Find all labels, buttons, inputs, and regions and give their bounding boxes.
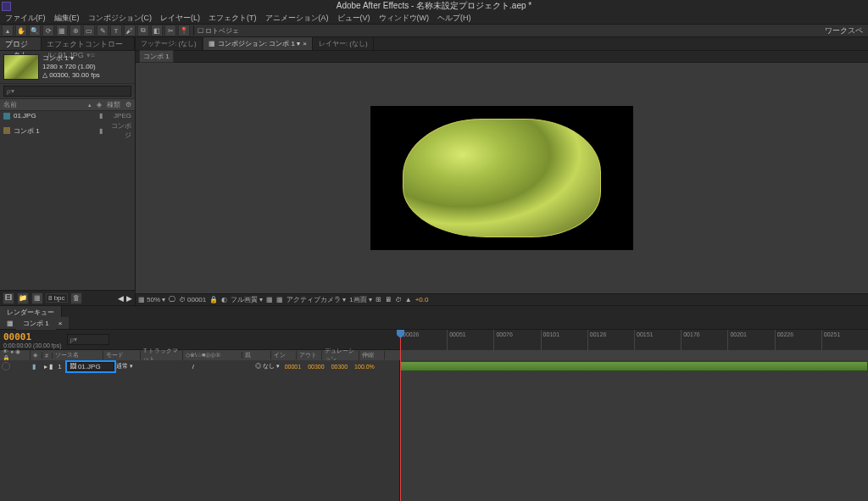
visibility-toggle[interactable] — [2, 362, 10, 370]
layer-name-field[interactable]: 🖼 01.JPG — [67, 362, 114, 371]
text-tool-icon[interactable]: T — [110, 25, 122, 36]
new-comp-icon[interactable]: ▦ — [31, 292, 43, 304]
menu-edit[interactable]: 編集(E) — [51, 12, 83, 25]
render-queue-bar: レンダーキュー — [0, 305, 868, 317]
footage-tab[interactable]: フッテージ: (なし) — [136, 37, 203, 50]
blend-mode-dropdown[interactable]: 通常 ▾ — [116, 362, 150, 370]
menu-file[interactable]: ファイル(F) — [2, 12, 49, 25]
tool-bar: ▴ ✋ 🔍 ⟳ ▦ ⊕ ▭ ✎ T 🖌 ⧉ ◧ ✂ 📍 ☐ ロトベジェ ワークス… — [0, 24, 868, 37]
current-timecode[interactable]: 00001 — [3, 331, 62, 342]
viewer-panel: フッテージ: (なし) ▦コンポジション: コンポ 1 ▾× レイヤー: (なし… — [136, 37, 868, 305]
workspace-label[interactable]: ワークスペ — [825, 25, 866, 36]
viewer-footer: ▦ 50% ▾ 🖵 ⏱ 00001 🔒◐ フル画質 ▾ ▦▦ アクティブカメラ … — [136, 293, 868, 305]
timeline-panel: ▦ コンポ 1 × 00001 0:00:00:00 (30.00 fps) ⧉… — [0, 317, 868, 501]
timecode-sub: 0:00:00:00 (30.00 fps) — [3, 342, 62, 348]
interpret-icon[interactable]: 🎞 — [3, 292, 14, 304]
menu-composition[interactable]: コンポジション(C) — [85, 12, 156, 25]
masked-layer[interactable] — [403, 119, 601, 237]
exposure-value[interactable]: +0.0 — [415, 296, 429, 303]
zoom-dropdown[interactable]: ▦ 50% ▾ — [138, 296, 165, 303]
menu-animation[interactable]: アニメーション(A) — [262, 12, 332, 25]
playhead[interactable] — [400, 330, 401, 501]
anchor-tool-icon[interactable]: ⊕ — [70, 25, 81, 36]
hand-tool-icon[interactable]: ✋ — [15, 25, 27, 36]
frame-display[interactable]: ⏱ 00001 — [179, 296, 206, 303]
effect-controls-tab[interactable]: エフェクトコントロール: 01.JPG▾≡ — [42, 37, 135, 50]
title-bar: Adobe After Effects - 名称未設定プロジェクト.aep * — [0, 0, 868, 12]
bpc-toggle[interactable]: 8 bpc — [46, 293, 68, 303]
selection-tool-icon[interactable]: ▴ — [2, 25, 14, 36]
clone-tool-icon[interactable]: ⧉ — [137, 25, 149, 36]
rotate-tool-icon[interactable]: ⟳ — [42, 25, 54, 36]
project-search-input[interactable] — [3, 86, 131, 97]
time-ruler[interactable]: 00026 00051 00076 00101 00126 00151 0017… — [400, 330, 868, 350]
trash-icon[interactable]: 🗑 — [70, 292, 82, 304]
eraser-tool-icon[interactable]: ◧ — [151, 25, 163, 36]
project-item-image[interactable]: 01.JPG ▮ JPEG — [0, 111, 135, 120]
window-title: Adobe After Effects - 名称未設定プロジェクト.aep * — [337, 0, 531, 12]
project-thumb-info: コンポ 1 ▾ 1280 x 720 (1.00) △ 00300, 30.00… — [42, 54, 100, 80]
comp-icon — [3, 127, 10, 134]
menu-help[interactable]: ヘルプ(H) — [434, 12, 475, 25]
project-col-name[interactable]: 名前 — [3, 100, 17, 109]
menu-effect[interactable]: エフェクト(T) — [205, 12, 260, 25]
viewer-breadcrumb[interactable]: コンポ 1 — [139, 50, 174, 63]
resolution-dropdown[interactable]: フル画質 ▾ — [231, 295, 263, 304]
layer-track-bar[interactable] — [400, 361, 868, 371]
rotobezier-label: ☐ ロトベジェ — [198, 26, 239, 36]
camera-tool-icon[interactable]: ▦ — [56, 25, 68, 36]
app-icon — [2, 2, 11, 11]
timeline-comp-tab[interactable]: ▦ コンポ 1 × — [0, 317, 69, 329]
shape-tool-icon[interactable]: ▭ — [83, 25, 95, 36]
image-icon — [3, 113, 10, 120]
project-thumbnail — [3, 54, 39, 80]
camera-dropdown[interactable]: アクティブカメラ ▾ — [287, 295, 346, 304]
project-tab[interactable]: プロジェクト — [0, 37, 42, 50]
project-footer: 🎞 📁 ▦ 8 bpc 🗑 ◀ ▶ — [0, 290, 135, 305]
composition-tab[interactable]: ▦コンポジション: コンポ 1 ▾× — [203, 37, 313, 50]
views-dropdown[interactable]: 1画面 ▾ — [349, 295, 371, 304]
project-panel: プロジェクト エフェクトコントロール: 01.JPG▾≡ コンポ 1 ▾ 128… — [0, 37, 136, 305]
zoom-tool-icon[interactable]: 🔍 — [29, 25, 41, 36]
puppet-tool-icon[interactable]: 📍 — [178, 25, 190, 36]
menu-window[interactable]: ウィンドウ(W) — [376, 12, 433, 25]
folder-icon[interactable]: 📁 — [17, 292, 29, 304]
brush-tool-icon[interactable]: 🖌 — [124, 25, 136, 36]
canvas-area[interactable] — [136, 63, 868, 293]
project-item-comp[interactable]: コンポ 1 ▮ コンポジ — [0, 120, 135, 141]
menu-layer[interactable]: レイヤー(L) — [157, 12, 203, 25]
layer-tab[interactable]: レイヤー: (なし) — [314, 37, 374, 50]
menu-bar: ファイル(F) 編集(E) コンポジション(C) レイヤー(L) エフェクト(T… — [0, 12, 868, 24]
layer-row-1[interactable]: ▮ ▸ ▮ 1 🖼 01.JPG 通常 ▾ / ◎ なし ▾ 00001 003… — [0, 360, 399, 372]
roto-tool-icon[interactable]: ✂ — [164, 25, 176, 36]
timeline-search-input[interactable] — [67, 334, 109, 345]
menu-view[interactable]: ビュー(V) — [334, 12, 374, 25]
pen-tool-icon[interactable]: ✎ — [97, 25, 108, 36]
render-queue-tab[interactable]: レンダーキュー — [0, 306, 62, 317]
composition-frame — [370, 106, 633, 250]
project-col-type[interactable]: 種類 — [107, 100, 120, 109]
